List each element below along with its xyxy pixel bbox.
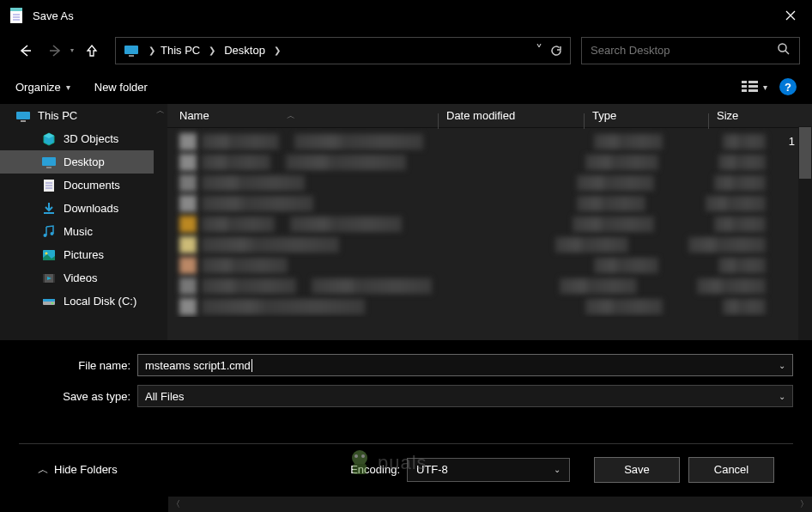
content-area: ︿ This PC 3D ObjectsDesktopDocumentsDown… [0,104,812,340]
refresh-icon[interactable] [549,44,563,58]
svg-rect-9 [124,46,138,54]
file-row[interactable] [179,154,800,171]
dropdown-icon[interactable]: ⌄ [779,361,785,370]
folder-icon [41,131,57,147]
svg-point-29 [51,232,54,235]
file-row[interactable] [179,298,800,315]
svg-point-31 [45,252,48,254]
tree-item[interactable]: Local Disk (C:) [0,290,167,313]
file-list-body[interactable] [167,128,812,317]
tree-scrollbar[interactable]: ︿ [154,104,167,340]
recent-dropdown-icon[interactable]: ▾ [70,46,74,54]
title-bar: Save As [0,0,812,31]
tree-item[interactable]: Desktop [0,150,167,174]
folder-icon [41,294,57,309]
svg-line-12 [785,51,789,54]
file-row[interactable] [179,195,800,212]
search-input[interactable] [591,44,777,57]
svg-rect-17 [748,85,758,88]
bottom-bar: ︿ Hide Folders Encoding: UTF-8 ⌄ Save Ca… [19,443,793,495]
chevron-right-icon[interactable]: ❯ [148,46,155,55]
column-size[interactable]: Size [708,109,738,122]
svg-point-28 [44,234,47,237]
breadcrumb-item[interactable]: Desktop [224,44,265,57]
monitor-icon [123,42,140,59]
dropdown-icon[interactable]: ⌄ [554,465,561,474]
column-name[interactable]: Name ︿ [167,109,438,122]
save-type-select[interactable]: All Files ⌄ [137,385,793,407]
svg-rect-36 [43,299,55,302]
scroll-left-icon[interactable]: 〈 [168,497,184,512]
breadcrumb: This PC ❯ Desktop ❯ [161,44,286,57]
svg-rect-34 [53,274,55,283]
svg-rect-16 [748,81,758,83]
chevron-up-icon: ︿ [38,462,49,478]
dropdown-icon[interactable]: ⌄ [779,392,785,401]
hide-folders-button[interactable]: ︿ Hide Folders [38,462,118,478]
toolbar: Organize ▾ New folder ▾ ? [0,70,812,104]
scroll-up-icon[interactable]: ︿ [154,104,167,118]
back-button[interactable] [12,38,38,64]
svg-rect-10 [129,55,134,57]
save-button[interactable]: Save [594,457,680,483]
file-row[interactable] [179,277,800,295]
chevron-right-icon[interactable]: ❯ [209,46,215,55]
file-row[interactable] [179,257,800,274]
scroll-right-icon[interactable]: 〉 [797,497,812,512]
navigation-bar: ▾ ❯ This PC ❯ Desktop ❯ ˅ [0,31,812,70]
organize-button[interactable]: Organize ▾ [15,81,70,94]
svg-rect-14 [742,85,747,88]
folder-icon [41,178,57,193]
tree-item[interactable]: Downloads [0,197,167,220]
address-bar[interactable]: ❯ This PC ❯ Desktop ❯ ˅ [115,37,571,64]
svg-rect-19 [16,112,30,119]
file-row[interactable] [179,174,800,192]
scrollbar-thumb[interactable] [799,127,811,179]
svg-rect-20 [21,120,26,122]
view-options-button[interactable]: ▾ [741,79,767,94]
breadcrumb-item[interactable]: This PC [161,44,200,57]
svg-point-11 [779,44,786,52]
search-icon[interactable] [777,42,791,59]
tree-item[interactable]: Documents [0,174,167,197]
search-box[interactable] [581,37,800,64]
pc-icon [15,108,31,124]
column-modified[interactable]: Date modified [438,109,584,122]
file-name-label: File name: [19,359,137,372]
save-type-label: Save as type: [19,390,137,403]
tree-item[interactable]: Videos [0,266,167,290]
column-type[interactable]: Type [584,109,708,122]
new-folder-button[interactable]: New folder [94,81,148,94]
close-button[interactable] [769,0,812,31]
encoding-select[interactable]: UTF-8 ⌄ [407,458,570,482]
notepad-icon [9,7,24,24]
file-name-input[interactable]: msteams script1.cmd ⌄ [137,354,793,376]
folder-icon [41,247,57,263]
dropdown-icon[interactable]: ˅ [536,42,542,58]
file-row[interactable] [179,236,800,253]
chevron-right-icon[interactable]: ❯ [274,46,281,55]
file-row[interactable] [179,216,800,233]
file-list: Name ︿ Date modified Type Size 1 [167,104,812,340]
svg-rect-15 [742,89,747,92]
navigation-tree: ︿ This PC 3D ObjectsDesktopDocumentsDown… [0,104,167,340]
tree-item[interactable]: Music [0,220,167,243]
forward-button[interactable] [43,38,69,64]
svg-rect-18 [748,89,758,92]
window-title: Save As [33,9,769,22]
tree-item-this-pc[interactable]: This PC [0,104,167,127]
up-button[interactable] [79,38,105,64]
encoding-label: Encoding: [350,463,400,476]
folder-icon [41,201,57,216]
horizontal-scrollbar[interactable]: 〈 〉 [168,497,812,512]
file-row[interactable] [179,133,800,150]
save-form: File name: msteams script1.cmd ⌄ Save as… [0,340,812,512]
tree-item[interactable]: 3D Objects [0,127,167,150]
chevron-down-icon: ▾ [763,82,767,92]
tree-item[interactable]: Pictures [0,243,167,266]
column-headers: Name ︿ Date modified Type Size [167,104,812,128]
help-icon[interactable]: ? [779,78,797,95]
file-scrollbar[interactable] [798,126,812,340]
folder-icon [41,271,57,286]
cancel-button[interactable]: Cancel [688,457,774,483]
